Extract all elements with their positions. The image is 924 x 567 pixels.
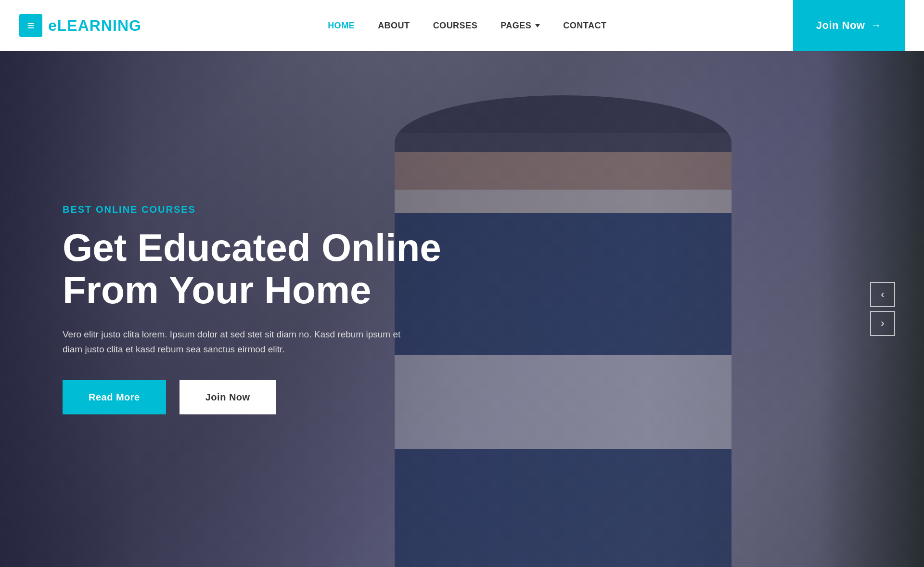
hero-section: BEST ONLINE COURSES Get Educated Online … [0, 51, 924, 567]
read-more-button[interactable]: Read More [63, 380, 166, 414]
slider-prev-button[interactable]: ‹ [870, 282, 895, 307]
nav-links: HOME ABOUT COURSES PAGES CONTACT [328, 21, 606, 31]
nav-link-contact[interactable]: CONTACT [563, 21, 606, 30]
navbar-join-button[interactable]: Join Now → [793, 0, 905, 51]
hero-description: Vero elitr justo clita lorem. Ipsum dolo… [63, 327, 419, 357]
brand-icon-symbol: ≡ [27, 18, 34, 33]
nav-item-about[interactable]: ABOUT [378, 21, 410, 31]
nav-item-contact[interactable]: CONTACT [563, 21, 606, 31]
arrow-right-icon: → [871, 19, 882, 32]
brand-logo[interactable]: ≡ eLEARNING [19, 14, 141, 37]
nav-item-courses[interactable]: COURSES [433, 21, 478, 31]
brand-icon: ≡ [19, 14, 42, 37]
chevron-down-icon [535, 24, 540, 27]
hero-join-now-button[interactable]: Join Now [180, 380, 276, 414]
hero-subtitle: BEST ONLINE COURSES [63, 204, 441, 215]
slider-controls: ‹ › [870, 282, 895, 336]
nav-link-about[interactable]: ABOUT [378, 21, 410, 30]
nav-link-pages[interactable]: PAGES [500, 21, 540, 31]
hero-content: BEST ONLINE COURSES Get Educated Online … [63, 204, 441, 414]
nav-item-pages[interactable]: PAGES [500, 21, 540, 31]
nav-link-home[interactable]: HOME [328, 21, 355, 30]
navbar: ≡ eLEARNING HOME ABOUT COURSES PAGES CON… [0, 0, 924, 51]
hero-title: Get Educated Online From Your Home [63, 227, 441, 311]
slider-next-button[interactable]: › [870, 311, 895, 336]
navbar-join-label: Join Now [816, 19, 865, 32]
hero-buttons: Read More Join Now [63, 380, 441, 414]
nav-link-courses[interactable]: COURSES [433, 21, 478, 30]
nav-item-home[interactable]: HOME [328, 21, 355, 31]
brand-name: eLEARNING [48, 17, 141, 35]
